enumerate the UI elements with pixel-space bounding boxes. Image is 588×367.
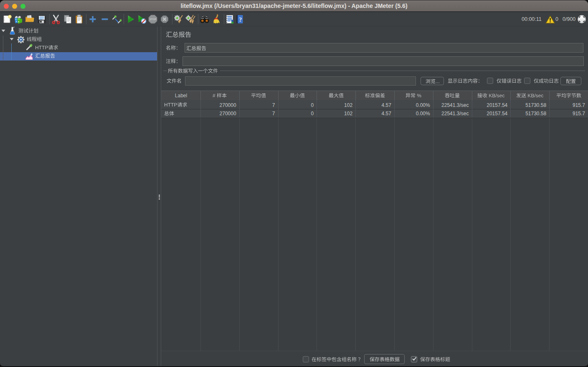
svg-text:STOP: STOP: [150, 18, 157, 20]
svg-text:?: ?: [239, 16, 242, 23]
